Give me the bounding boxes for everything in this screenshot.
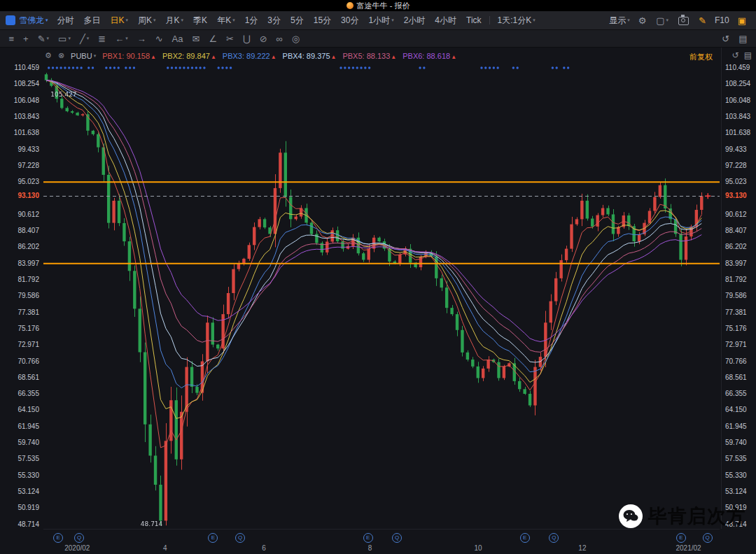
adjust-label[interactable]: 前复权	[690, 52, 713, 61]
time-label: 8	[368, 544, 372, 552]
tab-30分[interactable]: 30分	[336, 15, 363, 27]
camera-icon[interactable]	[674, 15, 693, 25]
arrow-left-icon-glyph: ←	[115, 34, 124, 44]
earnings-marker[interactable]: E	[208, 533, 218, 543]
camera-glyph	[678, 17, 689, 25]
tab-4小时[interactable]: 4小时	[430, 15, 461, 27]
reset-zoom-icon[interactable]: ↺	[732, 50, 739, 60]
tab-季K[interactable]: 季K	[188, 15, 212, 27]
futu-logo-icon	[346, 2, 354, 9]
text-tool-icon[interactable]: Aa	[167, 34, 188, 44]
indicator-name[interactable]: PUBU▾	[71, 52, 96, 60]
crosshair-icon[interactable]: +	[19, 34, 34, 44]
target-tool-icon[interactable]: ◎	[287, 34, 304, 44]
f10-button[interactable]: F10	[712, 15, 732, 25]
tab-label: 季K	[193, 15, 207, 27]
tab-日K[interactable]: 日K▾	[106, 15, 134, 27]
menu-bar: 雪佛龙 ▾ 分时多日日K▾周K▾月K▾季K年K▾1分3分5分15分30分1小时▾…	[0, 11, 756, 30]
shape-tool-icon[interactable]: ▭▾	[54, 34, 76, 44]
earnings-marker[interactable]: E	[363, 533, 373, 543]
menu-icon-glyph: ≡	[9, 34, 15, 44]
indicator-settings-icon[interactable]: ⚙	[45, 51, 52, 60]
price-tick: 88.407	[725, 227, 747, 235]
tab-分时[interactable]: 分时	[52, 15, 79, 27]
tab-Tick[interactable]: Tick	[461, 15, 486, 25]
arrow-right-icon[interactable]: →	[132, 34, 150, 44]
arrow-left-icon[interactable]: ←▾	[111, 34, 133, 44]
earnings-marker[interactable]: E	[520, 533, 530, 543]
tab-年K[interactable]: 年K▾	[212, 15, 240, 27]
menu-icon[interactable]: ≡	[4, 34, 19, 44]
price-axis-left: 110.459108.254106.048103.843101.63899.43…	[0, 48, 43, 529]
chevron-down-icon: ▾	[87, 36, 90, 41]
shape-tool-icon-glyph: ▭	[58, 34, 66, 44]
tab-15分[interactable]: 15分	[309, 15, 336, 27]
fibonacci-tool-icon[interactable]: ≣	[94, 34, 111, 44]
earnings-marker[interactable]: E	[53, 533, 63, 543]
candlestick-chart[interactable]	[43, 64, 720, 529]
dividend-marker[interactable]: Q	[74, 533, 84, 543]
dividend-marker[interactable]: Q	[703, 533, 713, 543]
fibonacci-tool-icon-glyph: ≣	[98, 34, 106, 44]
link-tool-icon-glyph: ∞	[276, 34, 283, 44]
tab-label: 5分	[290, 15, 304, 27]
undo-icon[interactable]: ↺	[718, 34, 734, 44]
price-tick: 59.740	[725, 439, 747, 447]
price-tick: 106.048	[14, 97, 39, 105]
price-tick: 64.150	[18, 406, 39, 414]
wave-tool-icon-glyph: ∿	[155, 34, 163, 44]
tab-1天:1分K[interactable]: 1天:1分K▾	[493, 15, 540, 27]
tab-2小时[interactable]: 2小时	[399, 15, 430, 27]
multi-window-icon[interactable]: ▣	[734, 15, 750, 26]
cut-tool-icon[interactable]: ✂	[222, 34, 239, 44]
price-tick: 106.048	[725, 97, 750, 105]
indicator-PBX1: PBX1: 90.158▲	[102, 52, 156, 60]
tab-多日[interactable]: 多日	[79, 15, 106, 27]
price-tick: 90.612	[725, 211, 747, 219]
price-axis-right[interactable]: 110.459108.254106.048103.843101.63899.43…	[721, 48, 756, 529]
tab-label: 多日	[84, 15, 101, 27]
magnet-tool-icon[interactable]: ⋃	[238, 34, 255, 44]
indicator-PBX5: PBX5: 88.133▲	[342, 52, 396, 60]
trendline-tool-icon[interactable]: ╱▾	[75, 34, 93, 44]
stock-name[interactable]: 雪佛龙	[19, 15, 44, 27]
tab-5分[interactable]: 5分	[286, 15, 309, 27]
wave-tool-icon[interactable]: ∿	[150, 34, 167, 44]
tab-1小时[interactable]: 1小时▾	[363, 15, 398, 27]
tab-周K[interactable]: 周K▾	[133, 15, 161, 27]
tab-label: 年K	[217, 15, 231, 27]
chevron-down-icon: ▾	[153, 17, 156, 23]
price-tick: 53.124	[18, 488, 39, 496]
panel-icon[interactable]: ▤	[744, 50, 752, 60]
layout-select-icon[interactable]: ▢▾	[652, 15, 673, 26]
panel-layout-icon[interactable]: ▤	[734, 34, 752, 44]
time-label: 2021/02	[676, 544, 701, 552]
indicator-PBX2: PBX2: 89.847▲	[162, 52, 216, 60]
price-tick: 79.586	[725, 292, 747, 300]
display-menu[interactable]: 显示▾	[606, 15, 633, 27]
draw-pencil-icon[interactable]: ✎	[694, 15, 710, 26]
stock-logo-icon[interactable]	[6, 15, 15, 25]
note-tool-icon[interactable]: ✉	[188, 34, 204, 44]
indicator-close-icon[interactable]: ⊗	[58, 51, 64, 60]
tab-月K[interactable]: 月K▾	[161, 15, 189, 27]
price-tick: 99.433	[725, 145, 747, 154]
tab-1分[interactable]: 1分	[240, 15, 263, 27]
dividend-marker[interactable]: Q	[392, 533, 402, 543]
tab-label: 分时	[57, 15, 74, 27]
time-axis[interactable]: EQEQEQEQEQ2020/0246810122021/02	[43, 529, 720, 554]
watermark: 毕肯启次方	[619, 504, 746, 529]
angle-tool-icon[interactable]: ∠	[204, 34, 222, 44]
dividend-marker[interactable]: Q	[549, 533, 559, 543]
time-label: 2020/02	[64, 544, 90, 552]
ban-tool-icon[interactable]: ⊘	[255, 34, 272, 44]
earnings-marker[interactable]: E	[676, 533, 686, 543]
tab-3分[interactable]: 3分	[262, 15, 286, 27]
dividend-marker[interactable]: Q	[235, 533, 245, 543]
settings-gear-icon[interactable]: ⚙	[634, 15, 651, 26]
price-tick: 61.945	[725, 422, 747, 431]
indicator-PBX4: PBX4: 89.375▲	[283, 52, 337, 60]
link-tool-icon[interactable]: ∞	[272, 34, 287, 44]
pencil-tool-icon[interactable]: ✎▾	[33, 34, 53, 44]
ban-tool-icon-glyph: ⊘	[260, 34, 267, 44]
